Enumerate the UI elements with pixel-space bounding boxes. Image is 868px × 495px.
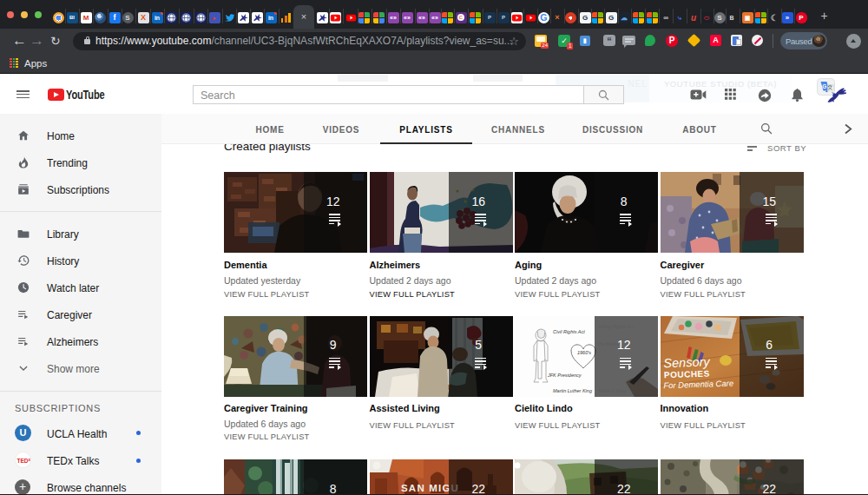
svg-text:G: G	[540, 12, 547, 23]
svg-text:POUCHES: POUCHES	[663, 368, 709, 380]
svg-text:1960's: 1960's	[577, 350, 591, 355]
svg-text:JFK Presidency: JFK Presidency	[547, 373, 582, 378]
svg-text:Sensory: Sensory	[663, 354, 710, 370]
svg-text:Martin Luther King: Martin Luther King	[553, 388, 593, 393]
svg-text:Civil Rights Act: Civil Rights Act	[553, 329, 585, 334]
